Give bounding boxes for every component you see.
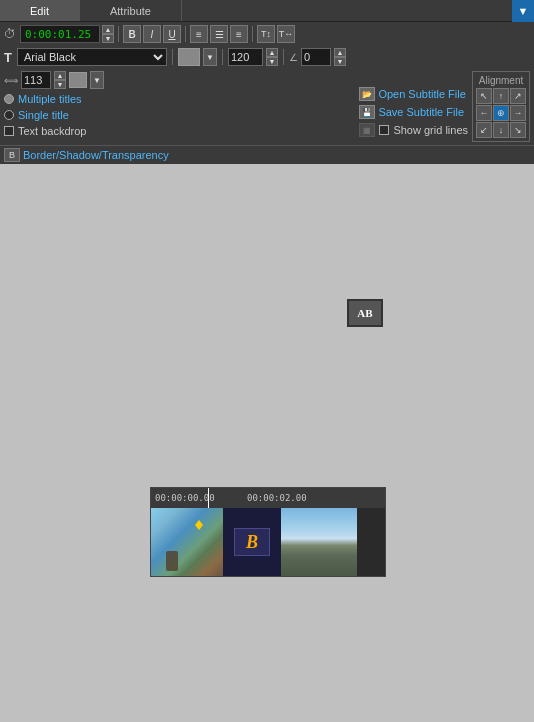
tab-bar: Edit Attribute ▼	[0, 0, 534, 22]
multiple-titles-label: Multiple titles	[18, 93, 82, 105]
font-size-input[interactable]	[228, 48, 263, 66]
font-size-spinner: ▲ ▼	[266, 48, 278, 66]
separator-2	[185, 26, 186, 42]
text-backdrop-checkbox[interactable]	[4, 126, 14, 136]
save-subtitle-label: Save Subtitle File	[378, 106, 464, 118]
timecode-up[interactable]: ▲	[102, 25, 114, 34]
title-size-button[interactable]: T↕	[257, 25, 275, 43]
align-top-left[interactable]: ↖	[476, 88, 492, 104]
multiple-titles-option[interactable]: Multiple titles	[4, 93, 347, 105]
main-content-area: AB	[0, 164, 534, 449]
single-title-label: Single title	[18, 109, 69, 121]
clip-text[interactable]: B	[223, 508, 281, 576]
timeline-cursor[interactable]	[208, 488, 209, 508]
width-up[interactable]: ▲	[54, 71, 66, 80]
underline-button[interactable]: U	[163, 25, 181, 43]
show-grid-label: Show grid lines	[393, 124, 468, 136]
tab-edit[interactable]: Edit	[0, 0, 80, 21]
angle-input[interactable]	[301, 48, 331, 66]
align-left-button[interactable]: ≡	[190, 25, 208, 43]
width-input[interactable]	[21, 71, 51, 89]
separator-3	[252, 26, 253, 42]
font-t-icon: T	[4, 50, 12, 65]
align-bottom-left[interactable]: ↙	[476, 122, 492, 138]
tab-attribute[interactable]: Attribute	[80, 0, 182, 21]
timecode-display[interactable]: 0:00:01.25	[20, 25, 100, 43]
show-grid-checkbox[interactable]	[379, 125, 389, 135]
border-shadow-label[interactable]: Border/Shadow/Transparency	[23, 149, 169, 161]
ab-preview-icon: AB	[347, 299, 383, 327]
char-spacing-button[interactable]: T↔	[277, 25, 295, 43]
bg-color-swatch[interactable]	[69, 72, 87, 88]
clip-sky[interactable]	[151, 508, 223, 576]
show-grid-option[interactable]: ▦ Show grid lines	[359, 123, 468, 137]
alignment-panel: Alignment ↖ ↑ ↗ ← ⊕ → ↙ ↓ ↘	[472, 71, 530, 142]
align-top-center[interactable]: ↑	[493, 88, 509, 104]
multiple-titles-radio[interactable]	[4, 94, 14, 104]
clock-icon: ⏱	[4, 27, 16, 41]
align-middle-right[interactable]: →	[510, 105, 526, 121]
bold-button[interactable]: B	[123, 25, 141, 43]
font-color-swatch[interactable]	[178, 48, 200, 66]
toolbar-row-1: ⏱ 0:00:01.25 ▲ ▼ B I U ≡ ☰ ≡ T↕ T↔	[0, 22, 534, 46]
size-row: ⟺ ▲ ▼ ▼	[4, 71, 347, 89]
ab-clip-icon: B	[234, 528, 270, 556]
angle-down[interactable]: ▼	[334, 57, 346, 66]
single-title-option[interactable]: Single title	[4, 109, 347, 121]
tab-arrow-button[interactable]: ▼	[512, 0, 534, 22]
align-top-right[interactable]: ↗	[510, 88, 526, 104]
align-center-button[interactable]: ☰	[210, 25, 228, 43]
border-icon[interactable]: B	[4, 148, 20, 162]
save-subtitle-icon: 💾	[359, 105, 375, 119]
timecode-down[interactable]: ▼	[102, 34, 114, 43]
clip-mountain[interactable]	[281, 508, 357, 576]
separator-1	[118, 26, 119, 42]
tab-edit-label: Edit	[30, 5, 49, 17]
arrow-icon: ▼	[518, 5, 529, 17]
font-row: T Arial Black ▼ ▲ ▼ ∠ ▲ ▼	[0, 46, 534, 68]
size-icon: ⟺	[4, 75, 18, 86]
single-title-radio[interactable]	[4, 110, 14, 120]
width-down[interactable]: ▼	[54, 80, 66, 89]
font-size-up[interactable]: ▲	[266, 48, 278, 57]
font-name-select[interactable]: Arial Black	[17, 48, 167, 66]
align-right-button[interactable]: ≡	[230, 25, 248, 43]
left-options-panel: ⟺ ▲ ▼ ▼ Multiple titles Single title Tex…	[4, 71, 347, 137]
text-backdrop-label: Text backdrop	[18, 125, 86, 137]
align-bottom-center[interactable]: ↓	[493, 122, 509, 138]
bottom-area	[0, 577, 534, 722]
font-color-dropdown[interactable]: ▼	[203, 48, 217, 66]
time-marker-mid: 00:00:02.00	[247, 493, 307, 503]
open-subtitle-button[interactable]: 📂 Open Subtitle File	[359, 87, 468, 101]
ab-preview-text: AB	[357, 307, 372, 319]
tab-attribute-label: Attribute	[110, 5, 151, 17]
border-row: B Border/Shadow/Transparency	[0, 145, 534, 164]
person-silhouette	[166, 551, 178, 571]
save-subtitle-button[interactable]: 💾 Save Subtitle File	[359, 105, 468, 119]
angle-icon: ∠	[289, 52, 298, 63]
separator-5	[222, 49, 223, 65]
angle-up[interactable]: ▲	[334, 48, 346, 57]
timecode-spinner: ▲ ▼	[102, 25, 114, 43]
underline-icon: U	[168, 29, 175, 40]
align-bottom-right[interactable]: ↘	[510, 122, 526, 138]
angle-spinner: ▲ ▼	[334, 48, 346, 66]
open-subtitle-icon: 📂	[359, 87, 375, 101]
grid-icon: ▦	[359, 123, 375, 137]
separator-4	[172, 49, 173, 65]
clip-mountain-content	[281, 508, 357, 576]
bg-color-dropdown[interactable]: ▼	[90, 71, 104, 89]
text-backdrop-option[interactable]: Text backdrop	[4, 125, 347, 137]
width-spinner: ▲ ▼	[54, 71, 66, 89]
italic-button[interactable]: I	[143, 25, 161, 43]
timeline-track: B	[151, 508, 385, 576]
timeline-header: 00:00:00.00 00:00:02.00	[151, 488, 385, 508]
separator-6	[283, 49, 284, 65]
align-middle-left[interactable]: ←	[476, 105, 492, 121]
align-middle-center[interactable]: ⊕	[493, 105, 509, 121]
bold-icon: B	[128, 29, 135, 40]
font-size-down[interactable]: ▼	[266, 57, 278, 66]
clip-sky-content	[151, 508, 223, 576]
italic-icon: I	[151, 29, 154, 40]
time-marker-start: 00:00:00.00	[155, 493, 215, 503]
